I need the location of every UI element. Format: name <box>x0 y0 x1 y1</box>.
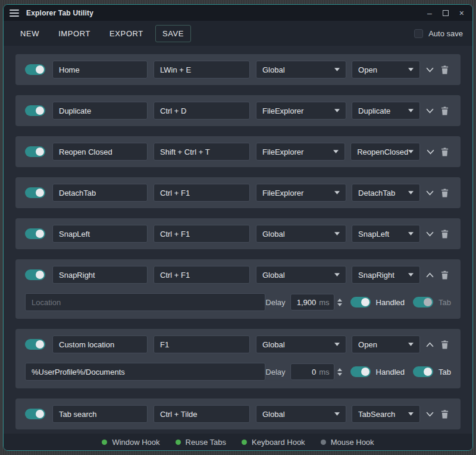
name-input[interactable] <box>52 266 148 284</box>
trash-icon <box>441 65 449 74</box>
hotkey-row-main: Global SnapLeft <box>25 218 451 249</box>
maximize-button[interactable] <box>443 10 449 16</box>
delete-button[interactable] <box>439 62 451 77</box>
expand-collapse-button[interactable] <box>424 227 437 241</box>
expand-collapse-button[interactable] <box>424 407 437 421</box>
enabled-toggle[interactable] <box>25 228 45 239</box>
enabled-toggle[interactable] <box>25 269 45 280</box>
expand-collapse-button[interactable] <box>424 145 436 159</box>
hotkey-input[interactable] <box>154 61 250 79</box>
delay-unit: ms <box>319 298 329 307</box>
expand-collapse-button[interactable] <box>424 337 437 352</box>
hotkey-input[interactable] <box>154 405 250 423</box>
status-reuse-tabs: Reuse Tabs <box>176 438 226 447</box>
action-select[interactable]: SnapLeft <box>352 225 419 243</box>
location-input[interactable] <box>25 293 265 311</box>
handled-label: Handled <box>376 368 405 376</box>
name-input[interactable] <box>52 335 148 353</box>
action-select-value: Open <box>358 65 377 74</box>
menu-export-button[interactable]: EXPORT <box>102 25 151 42</box>
action-select[interactable]: SnapRight <box>352 266 419 284</box>
hotkey-input[interactable] <box>154 266 250 284</box>
delete-button[interactable] <box>439 103 451 118</box>
delay-spinner[interactable] <box>337 299 342 306</box>
scope-select-value: FileExplorer <box>262 189 303 197</box>
status-dot-icon <box>176 440 181 445</box>
action-select-value: TabSearch <box>358 410 395 419</box>
expand-collapse-button[interactable] <box>424 268 437 282</box>
scope-select[interactable]: FileExplorer <box>256 184 346 202</box>
delay-input[interactable]: 1,900 ms <box>290 294 334 310</box>
scope-select[interactable]: Global <box>256 225 346 243</box>
auto-save-checkbox[interactable] <box>414 29 423 38</box>
menu-new-button[interactable]: NEW <box>13 25 46 42</box>
name-input[interactable] <box>52 225 148 243</box>
delete-button[interactable] <box>439 407 451 421</box>
delay-label: Delay <box>265 368 285 376</box>
name-input[interactable] <box>52 143 148 161</box>
scope-select[interactable]: Global <box>256 405 346 423</box>
expand-collapse-button[interactable] <box>424 186 437 200</box>
toggle-knob <box>36 340 44 349</box>
expand-collapse-button[interactable] <box>424 103 437 118</box>
scope-select[interactable]: Global <box>256 335 346 353</box>
scope-select-value: Global <box>262 410 285 419</box>
handled-toggle[interactable] <box>350 366 371 377</box>
hotkey-input[interactable] <box>154 143 250 161</box>
name-input[interactable] <box>52 405 148 423</box>
window-controls: – × <box>427 9 466 17</box>
delay-spinner[interactable] <box>337 368 342 376</box>
hotkey-input[interactable] <box>154 225 250 243</box>
chevron-icon <box>426 190 434 196</box>
tab-toggle-group: Tab <box>413 366 451 377</box>
delay-input[interactable]: 0 ms <box>290 363 334 380</box>
action-select[interactable]: Duplicate <box>352 102 419 120</box>
action-select[interactable]: TabSearch <box>352 405 419 423</box>
name-input[interactable] <box>52 184 148 202</box>
scope-select[interactable]: FileExplorer <box>256 143 345 161</box>
enabled-toggle[interactable] <box>25 339 45 350</box>
toggle-knob <box>36 189 44 197</box>
delete-button[interactable] <box>439 227 451 241</box>
status-label: Window Hook <box>112 438 159 447</box>
enabled-toggle[interactable] <box>25 409 45 419</box>
location-input[interactable] <box>25 363 265 381</box>
hotkey-input[interactable] <box>154 184 250 202</box>
toggle-knob <box>36 410 44 418</box>
close-button[interactable]: × <box>459 9 464 17</box>
dropdown-arrow-icon <box>408 232 414 236</box>
action-select[interactable]: Open <box>352 335 419 353</box>
name-input[interactable] <box>52 61 148 79</box>
enabled-toggle[interactable] <box>25 187 45 198</box>
hotkey-input[interactable] <box>154 102 250 120</box>
scope-select[interactable]: FileExplorer <box>256 102 346 120</box>
menu-items: NEWIMPORTEXPORTSAVE <box>13 25 191 42</box>
enabled-toggle[interactable] <box>25 64 45 75</box>
action-select[interactable]: Open <box>352 61 419 79</box>
delete-button[interactable] <box>439 268 451 282</box>
hamburger-menu-icon[interactable] <box>10 10 19 17</box>
tab-toggle[interactable] <box>413 366 433 377</box>
scope-select[interactable]: Global <box>256 61 346 79</box>
dropdown-arrow-icon <box>408 68 414 71</box>
expand-collapse-button[interactable] <box>424 62 437 77</box>
action-select[interactable]: DetachTab <box>352 184 419 202</box>
delete-button[interactable] <box>439 145 451 159</box>
scope-select[interactable]: Global <box>256 266 346 284</box>
toggle-knob <box>36 271 44 279</box>
action-select-value: SnapRight <box>358 271 394 280</box>
action-select[interactable]: ReopenClosed <box>350 143 420 161</box>
tab-toggle[interactable] <box>413 297 433 307</box>
minimize-button[interactable]: – <box>427 9 432 17</box>
delete-button[interactable] <box>439 186 451 200</box>
delete-button[interactable] <box>439 337 451 352</box>
enabled-toggle[interactable] <box>25 105 45 116</box>
handled-toggle[interactable] <box>350 297 371 307</box>
name-input[interactable] <box>52 102 148 120</box>
status-dot-icon <box>242 440 247 445</box>
hotkey-input[interactable] <box>154 335 250 353</box>
menu-save-button[interactable]: SAVE <box>155 25 191 42</box>
menu-import-button[interactable]: IMPORT <box>51 25 98 42</box>
enabled-toggle[interactable] <box>25 146 45 157</box>
status-label: Keyboard Hook <box>252 438 305 447</box>
